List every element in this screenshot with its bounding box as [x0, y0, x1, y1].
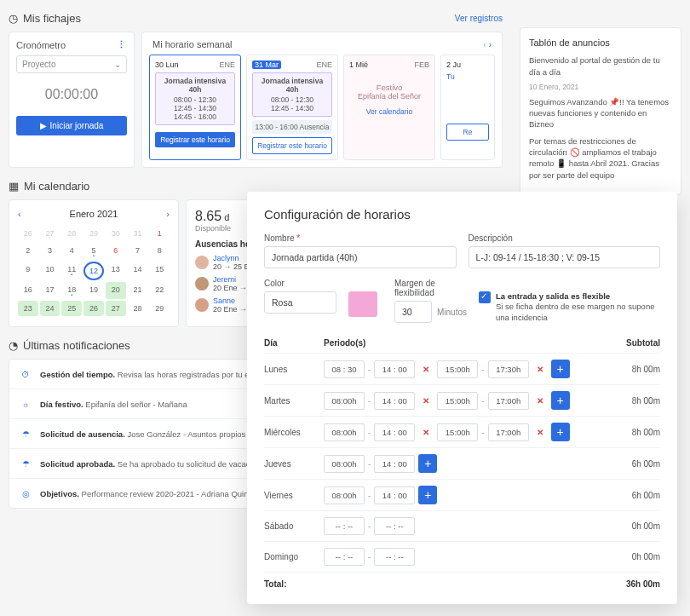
dash-separator: -	[368, 428, 371, 437]
time-input[interactable]: 17:00h	[488, 392, 529, 410]
horario-title: Mi horario semanal	[152, 39, 233, 49]
more-icon[interactable]: ⋮	[117, 39, 127, 50]
desc-input[interactable]	[469, 246, 661, 268]
time-input[interactable]: 14 : 00	[374, 392, 415, 410]
color-input[interactable]	[264, 291, 336, 314]
dash-separator: -	[368, 459, 371, 469]
iniciar-jornada-button[interactable]: ▶ Iniciar jornada	[16, 116, 127, 135]
margen-label: Margen de flexibilidad	[394, 279, 467, 297]
dash-separator: -	[368, 491, 371, 500]
time-input[interactable]: 15:00h	[437, 360, 478, 378]
schedule-row: Sábado-- : ----- : --0h 00m	[264, 511, 660, 542]
schedule-row: Jueves08:00h-14 : 00+6h 00m	[264, 448, 660, 480]
time-input[interactable]: 08:00h	[324, 392, 365, 410]
time-input[interactable]: 14 : 00	[374, 455, 415, 473]
avail-num: 8.65	[195, 209, 221, 223]
festivo-title: Festivo	[349, 83, 429, 92]
nombre-input[interactable]	[264, 246, 457, 268]
prev-month-icon[interactable]: ‹	[18, 209, 21, 219]
periods-cell: 08:00h-14 : 00✕15:00h-17:00h✕+	[324, 423, 609, 441]
time-input[interactable]: -- : --	[374, 517, 415, 535]
time-input[interactable]: 08 : 30	[324, 360, 365, 378]
tablon-anuncios: Tablón de anuncios Bienvenido al portal …	[520, 27, 681, 195]
person-dates: 20 Ene →	[213, 284, 247, 292]
notif-bold: Objetivos.	[40, 489, 79, 498]
time-input[interactable]: -- : --	[374, 548, 415, 566]
remove-period-icon[interactable]: ✕	[532, 393, 548, 408]
calendar-grid[interactable]: 2627282930311 2345678 9101112131415 1617…	[18, 226, 170, 316]
ji-line: 08:00 - 12:30	[159, 95, 231, 104]
remove-period-icon[interactable]: ✕	[418, 424, 434, 440]
time-input[interactable]: 14 : 00	[374, 360, 415, 378]
day-card-jue[interactable]: 2 Ju Tu Re	[440, 55, 495, 160]
time-input[interactable]: 14 : 00	[374, 423, 415, 441]
proyecto-select[interactable]: Proyecto ⌄	[16, 55, 127, 73]
remove-period-icon[interactable]: ✕	[532, 361, 548, 377]
minutos-label: Minutos	[437, 308, 467, 317]
nombre-label: Nombre *	[264, 233, 457, 243]
registrar-button[interactable]: Registrar este horario	[155, 132, 235, 147]
col-periodo: Periodo(s)	[324, 338, 609, 348]
time-input[interactable]: 15:00h	[437, 423, 478, 441]
time-input[interactable]: 08:00h	[324, 423, 365, 441]
margen-input[interactable]	[394, 301, 432, 323]
remove-period-icon[interactable]: ✕	[532, 424, 548, 440]
modal-title: Configuración de horarios	[264, 207, 660, 222]
add-period-button[interactable]: +	[551, 423, 570, 441]
ver-registros-link[interactable]: Ver registros	[455, 14, 503, 23]
day-card-mie[interactable]: 1 MiéFEB Festivo Epifanía del Señor Ver …	[343, 55, 435, 160]
color-swatch[interactable]	[348, 291, 377, 317]
checkbox-checked-icon[interactable]	[479, 291, 491, 303]
avatar	[195, 256, 209, 269]
avail-unit: d	[224, 212, 229, 222]
person-name: Jeremi	[213, 275, 247, 284]
prev-week-icon[interactable]: ‹	[483, 40, 486, 49]
day-card-lun[interactable]: 30 LunENE Jornada intensiva 40h 08:00 - …	[149, 55, 241, 160]
notif-bold: Solicitud aprobada.	[40, 459, 115, 469]
periods-cell: 08 : 30-14 : 00✕15:00h-17:30h✕+	[324, 360, 609, 378]
time-input[interactable]: 08:00h	[324, 486, 365, 504]
remove-period-icon[interactable]: ✕	[418, 393, 434, 408]
add-period-button[interactable]: +	[418, 486, 437, 504]
registrar-button[interactable]: Re	[446, 124, 489, 141]
add-period-button[interactable]: +	[418, 454, 437, 473]
flexible-checkbox-row[interactable]: La entrada y salida es flexibleSi se fic…	[479, 291, 660, 323]
color-label: Color	[264, 279, 336, 288]
time-input[interactable]: 15:00h	[437, 392, 478, 410]
subtotal-label: 8h 00m	[609, 396, 660, 406]
time-input[interactable]: -- : --	[324, 548, 365, 566]
board-title: Tablón de anuncios	[529, 37, 672, 49]
time-input[interactable]: -- : --	[324, 517, 365, 535]
section-fichajes-header: ◷ Mis fichajes Ver registros	[9, 12, 503, 25]
stopwatch-icon: ⏱	[18, 366, 33, 382]
next-month-icon[interactable]: ›	[166, 209, 170, 219]
date-label: 31 Mar	[252, 60, 281, 69]
add-period-button[interactable]: +	[551, 360, 570, 378]
chk-sub: Si se ficha dentro de ese margen no supo…	[496, 302, 654, 321]
desc-label: Descripción	[469, 233, 661, 243]
remove-period-icon[interactable]: ✕	[418, 361, 434, 377]
dash-separator: -	[368, 396, 371, 406]
section-title: Mis fichajes	[23, 12, 81, 25]
time-input[interactable]: 08:00h	[324, 455, 365, 473]
date-label: 30 Lun	[155, 60, 179, 69]
ver-calendario-link[interactable]: Ver calendario	[349, 107, 429, 116]
next-week-icon[interactable]: ›	[489, 40, 492, 49]
registrar-button[interactable]: Registrar este horario	[252, 137, 332, 154]
dash-separator: -	[481, 428, 484, 437]
ji-title: Jornada intensiva 40h	[256, 77, 328, 94]
time-input[interactable]: 17:00h	[488, 423, 529, 441]
subtotal-label: 6h 00m	[609, 459, 660, 469]
day-label: Viernes	[264, 491, 324, 500]
time-input[interactable]: 17:30h	[488, 360, 529, 378]
dash-separator: -	[368, 521, 371, 531]
notif-text: Epifanía del señor - Mañana	[83, 400, 187, 409]
col-dia: Día	[264, 338, 324, 348]
day-label: Sábado	[264, 521, 324, 531]
day-card-mar[interactable]: 31 MarENE Jornada intensiva 40h 08:00 - …	[246, 55, 338, 160]
time-input[interactable]: 14 : 00	[374, 486, 415, 504]
ji-line: 14:45 - 16:00	[159, 112, 231, 121]
add-period-button[interactable]: +	[551, 391, 570, 410]
target-icon: ◎	[18, 486, 33, 501]
calendar-widget: ‹ Enero 2021 › 2627282930311 2345678 910…	[9, 199, 179, 327]
